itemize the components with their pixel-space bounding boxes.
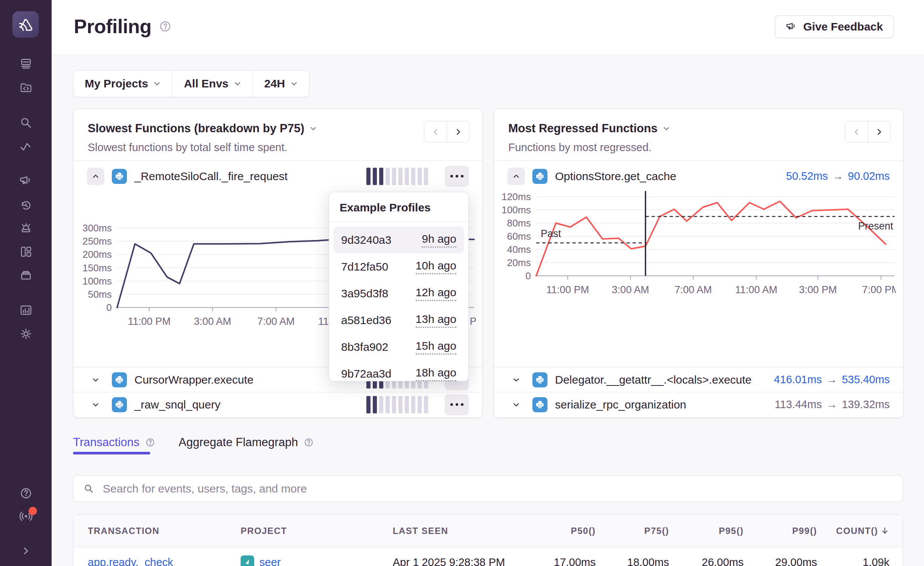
tab-transactions[interactable]: Transactions (73, 436, 156, 449)
svg-text:200ms: 200ms (82, 249, 112, 260)
stats-icon (19, 303, 33, 317)
count-cell: 1.09k (863, 547, 889, 566)
profile-age-link[interactable]: 10h ago (416, 259, 456, 274)
column-p75[interactable]: P75() (644, 515, 669, 547)
column-p50[interactable]: P50() (571, 515, 596, 547)
chevron-up-icon (92, 173, 99, 180)
column-project[interactable]: PROJECT (241, 515, 287, 547)
previous-page-button[interactable] (424, 121, 447, 142)
svg-text:7:00 AM: 7:00 AM (257, 316, 294, 327)
previous-page-button[interactable] (845, 121, 868, 142)
project-filter[interactable]: My Projects (73, 70, 172, 97)
regressed-function-row-collapsed[interactable]: Delegator.__getattr__.<locals>.execute 4… (494, 367, 903, 392)
help-circle-icon[interactable] (303, 437, 314, 448)
svg-text:Present: Present (858, 220, 894, 232)
collapse-button[interactable] (87, 168, 104, 185)
sentry-logo-icon (17, 16, 34, 33)
function-row-expanded[interactable]: _RemoteSiloCall._fire_request (73, 161, 482, 191)
sidebar-collapse-toggle[interactable] (0, 545, 52, 557)
notification-dot (29, 507, 37, 515)
next-page-button[interactable] (868, 121, 890, 142)
column-count-sorted[interactable]: COUNT() (836, 515, 889, 547)
help-circle-icon[interactable] (145, 437, 156, 448)
expand-button[interactable] (87, 401, 104, 408)
expand-button[interactable] (508, 401, 525, 408)
profile-age-link[interactable]: 15h ago (416, 340, 456, 355)
sidebar-item-settings[interactable] (0, 327, 52, 341)
profile-menu-item[interactable]: a581ed3613h ago (334, 307, 464, 333)
tab-aggregate-flamegraph[interactable]: Aggregate Flamegraph (178, 436, 314, 449)
more-options-button[interactable] (445, 166, 469, 187)
profile-menu-item[interactable]: 8b3fa90215h ago (334, 333, 464, 360)
collapse-button[interactable] (508, 168, 525, 185)
profile-age-link[interactable]: 12h ago (416, 286, 456, 301)
sidebar-item-projects[interactable] (0, 81, 52, 94)
function-name: Delegator.__getattr__.<locals>.execute (555, 373, 752, 386)
chevron-down-icon (512, 401, 520, 408)
most-regressed-title-dropdown[interactable]: Most Regressed Functions (508, 122, 889, 135)
before-duration-link[interactable]: 416.01ms (774, 373, 822, 385)
sidebar-item-whats-new[interactable] (0, 509, 52, 523)
profile-menu-item[interactable]: 9d3240a39h ago (334, 226, 464, 253)
sidebar-item-dashboards[interactable] (0, 245, 52, 259)
regressed-function-row-collapsed[interactable]: serialize_rpc_organization 113.44ms→139.… (494, 392, 903, 417)
chevron-down-icon (234, 80, 241, 87)
profile-menu-item[interactable]: 3a95d3f812h ago (334, 280, 464, 307)
more-options-button[interactable] (445, 394, 469, 415)
project-name-link[interactable]: seer (259, 556, 281, 566)
sidebar-item-issues[interactable] (0, 57, 52, 70)
function-name: serialize_rpc_organization (555, 398, 686, 411)
sidebar-item-alerts[interactable] (0, 222, 52, 235)
transaction-link[interactable]: app.ready._check (88, 547, 173, 566)
table-row[interactable]: app.ready._check seer Apr 1 2025 9:28:38… (73, 547, 903, 566)
after-duration-link[interactable]: 535.40ms (842, 373, 890, 385)
profile-age-link[interactable]: 18h ago (416, 366, 456, 381)
page-filter-bar: My Projects All Envs 24H (73, 70, 310, 97)
profile-age-link[interactable]: 9h ago (422, 233, 456, 248)
function-row-collapsed[interactable]: _raw_snql_query (73, 392, 482, 417)
sidebar-item-stats[interactable] (0, 303, 52, 317)
svg-text:150ms: 150ms (82, 262, 112, 274)
profile-id: 9b72aa3d (341, 367, 391, 380)
expand-button[interactable] (87, 376, 104, 384)
tab-transactions-label: Transactions (73, 436, 139, 449)
column-last-seen[interactable]: LAST SEEN (393, 515, 448, 547)
search-icon (19, 116, 33, 130)
profile-menu-item[interactable]: 7d12fa5010h ago (334, 253, 464, 280)
svg-text:Past: Past (541, 228, 561, 239)
sidebar-item-traces[interactable] (0, 140, 52, 154)
archive-box-icon (19, 268, 33, 281)
function-sparkline-bars (366, 396, 428, 413)
profile-menu-item[interactable]: 9b72aa3d18h ago (334, 360, 464, 387)
column-transaction[interactable]: TRANSACTION (88, 515, 160, 547)
column-p99[interactable]: P99() (792, 515, 817, 547)
environment-filter[interactable]: All Envs (172, 70, 252, 97)
give-feedback-label: Give Feedback (803, 20, 883, 33)
next-page-button[interactable] (447, 121, 469, 142)
search-input[interactable] (102, 482, 893, 496)
after-duration-link[interactable]: 90.02ms (848, 170, 890, 182)
dashboard-icon (19, 245, 33, 259)
python-icon (114, 375, 124, 385)
help-circle-icon[interactable] (159, 20, 172, 33)
slowest-functions-title-dropdown[interactable]: Slowest Functions (breakdown by P75) (88, 122, 468, 135)
sidebar-item-stacks[interactable] (0, 268, 52, 281)
python-icon (535, 171, 545, 181)
python-platform-icon (532, 397, 547, 412)
help-circle-icon (19, 486, 33, 500)
page-title: Profiling (74, 15, 172, 38)
column-p95[interactable]: P95() (719, 515, 744, 547)
svg-text:20ms: 20ms (507, 257, 531, 268)
give-feedback-button[interactable]: Give Feedback (775, 15, 894, 38)
profile-age-link[interactable]: 13h ago (416, 313, 456, 328)
time-range-filter[interactable]: 24H (253, 70, 309, 97)
sentry-logo[interactable] (12, 11, 39, 38)
search-bar (73, 475, 903, 502)
sidebar-item-replays[interactable] (0, 199, 52, 212)
sidebar-item-explore[interactable] (0, 116, 52, 130)
sidebar-item-feedback[interactable] (0, 174, 52, 188)
siren-icon (19, 222, 33, 235)
sidebar-item-help[interactable] (0, 486, 52, 500)
before-duration-link[interactable]: 50.52ms (786, 170, 828, 182)
expand-button[interactable] (508, 376, 525, 384)
